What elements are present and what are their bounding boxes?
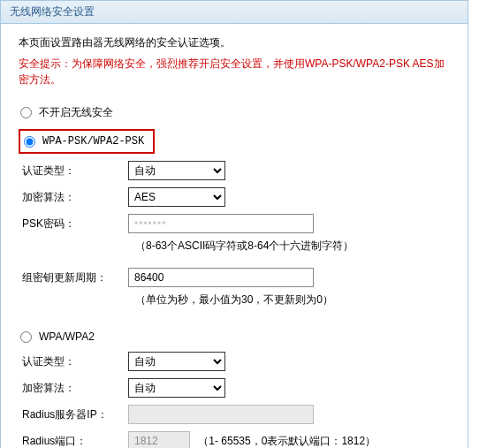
wpapsk-fields: 认证类型： 自动 加密算法： AES PSK密码： bbox=[19, 161, 450, 308]
intro-text: 本页面设置路由器无线网络的安全认证选项。 bbox=[19, 34, 450, 50]
wpa-auth-label: 认证类型： bbox=[22, 354, 128, 369]
wpapsk-encrypt-select[interactable]: AES bbox=[128, 187, 225, 207]
wpapsk-auth-label: 认证类型： bbox=[22, 163, 128, 178]
option-wpapsk-radio[interactable] bbox=[24, 136, 35, 148]
wpapsk-psk-input[interactable] bbox=[128, 214, 314, 233]
wpapsk-auth-select[interactable]: 自动 bbox=[128, 161, 225, 180]
radius-port-input bbox=[128, 431, 190, 448]
security-settings-panel: 无线网络安全设置 本页面设置路由器无线网络的安全认证选项。 安全提示：为保障网络… bbox=[0, 0, 468, 448]
wpapsk-group-hint: （单位为秒，最小值为30，不更新则为0） bbox=[135, 293, 333, 306]
security-tip: 安全提示：为保障网络安全，强烈推荐开启安全设置，并使用WPA-PSK/WPA2-… bbox=[19, 56, 450, 87]
radius-ip-label: Radius服务器IP： bbox=[22, 407, 128, 422]
radius-port-label: Radius端口： bbox=[22, 434, 128, 449]
wpapsk-encrypt-label: 加密算法： bbox=[22, 190, 128, 205]
panel-title: 无线网络安全设置 bbox=[1, 0, 468, 24]
option-wpa-radio[interactable] bbox=[20, 331, 32, 343]
option-wpapsk-label: WPA-PSK/WPA2-PSK bbox=[42, 135, 144, 148]
radius-port-hint: （1- 65535，0表示默认端口：1812） bbox=[198, 435, 376, 447]
option-none-radio[interactable] bbox=[20, 107, 32, 118]
option-wpapsk-highlight: WPA-PSK/WPA2-PSK bbox=[19, 129, 155, 154]
radius-ip-input bbox=[128, 405, 314, 424]
option-wpa-row: WPA/WPA2 bbox=[19, 330, 450, 343]
wpa-auth-select[interactable]: 自动 bbox=[128, 352, 225, 371]
panel-body: 本页面设置路由器无线网络的安全认证选项。 安全提示：为保障网络安全，强烈推荐开启… bbox=[1, 24, 468, 448]
wpapsk-group-label: 组密钥更新周期： bbox=[22, 270, 128, 285]
option-wpa-label: WPA/WPA2 bbox=[39, 330, 95, 343]
option-none-row: 不开启无线安全 bbox=[19, 105, 450, 120]
wpapsk-group-input[interactable] bbox=[128, 268, 314, 287]
wpapsk-psk-label: PSK密码： bbox=[22, 216, 128, 232]
wpa-fields: 认证类型： 自动 加密算法： 自动 Radius服务器IP： bbox=[19, 352, 450, 448]
psk-hint: （8-63个ASCII码字符或8-64个十六进制字符） bbox=[135, 239, 354, 252]
wpa-encrypt-label: 加密算法： bbox=[22, 381, 128, 396]
wpa-encrypt-select[interactable]: 自动 bbox=[128, 378, 225, 398]
option-none-label: 不开启无线安全 bbox=[39, 105, 113, 120]
